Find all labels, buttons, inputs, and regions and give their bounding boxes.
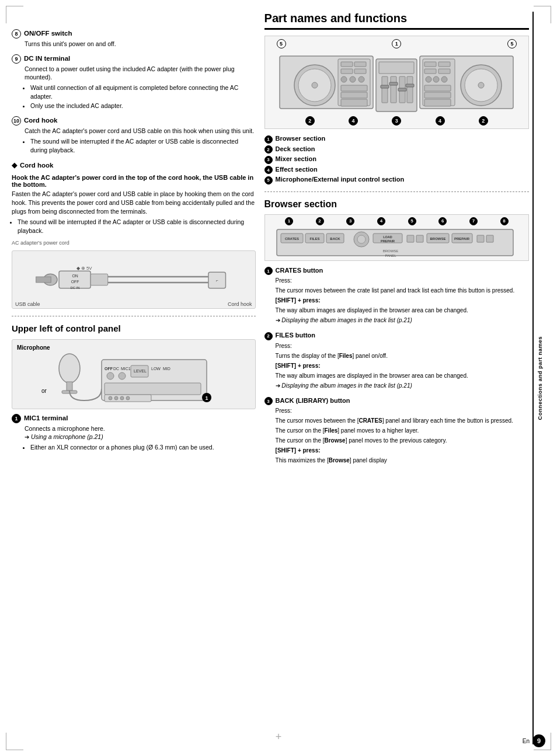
hook-subtitle: Hook the AC adapter's power cord in the …: [12, 174, 256, 188]
browser-callout-8: 8: [500, 217, 509, 225]
btn-back-num: 3: [264, 397, 273, 405]
mic1-bullet-1: Either an XLR connector or a phones plug…: [30, 443, 256, 452]
svg-text:BROWSE: BROWSE: [430, 237, 446, 241]
cable-diagram: ON OFF DC IN ◆ ⊕ 5V ⌐: [25, 259, 243, 300]
btn-crates-shift-label: [SHIFT] + press:: [276, 297, 529, 305]
svg-text:PANEL: PANEL: [385, 254, 397, 257]
btn-crates-press-label: Press:: [276, 277, 529, 285]
part-4-label: Effect section: [276, 166, 318, 173]
browser-callout-2: 2: [316, 217, 324, 225]
section-8-title: ON/OFF switch: [24, 30, 72, 37]
section-8-body: Turns this unit's power on and off.: [25, 40, 256, 48]
browser-section-title: Browser section: [264, 199, 529, 210]
svg-rect-91: [477, 235, 484, 242]
parts-list: 1 Browser section 2 Deck section 3 Mixer…: [264, 135, 529, 184]
svg-rect-54: [381, 85, 389, 88]
svg-point-31: [120, 396, 124, 400]
diamond-title-text: Cord hook: [20, 162, 54, 169]
section-8: 8 ON/OFF switch Turns this unit's power …: [12, 29, 256, 48]
svg-rect-66: [438, 69, 450, 74]
mic1-ref-arrow: ➔: [25, 434, 29, 440]
svg-point-12: [59, 354, 80, 383]
svg-rect-38: [341, 62, 353, 67]
diagram-top-callouts: 5 1 5: [265, 39, 528, 48]
svg-rect-50: [382, 76, 388, 103]
btn-crates-press-body: The cursor moves between the crate list …: [276, 287, 529, 295]
part-3-label: Mixer section: [276, 155, 316, 162]
adapter-label-top: AC adapter's power cord: [12, 240, 256, 246]
part-5-num: 5: [264, 176, 273, 184]
section-10-title: Cord hook: [24, 117, 58, 124]
callout-top-1-center: 1: [392, 39, 401, 48]
part-1: 1 Browser section: [264, 135, 529, 144]
svg-text:LOW: LOW: [151, 367, 161, 371]
diamond-icon: ◆: [12, 161, 17, 169]
page-number: 9: [532, 734, 545, 747]
upper-left-diagram: OFF DC MIC1 LEVEL LOW MID 1: [34, 342, 233, 406]
btn-files-shift-ref: ➔ Displaying the album images in the tra…: [276, 382, 529, 390]
svg-rect-71: [424, 92, 451, 98]
btn-files-shift-label: [SHIFT] + press:: [276, 362, 529, 370]
browser-callout-6: 6: [438, 217, 447, 225]
section-9-body: Connect to a power outlet using the incl…: [25, 65, 256, 110]
svg-point-81: [357, 235, 365, 243]
part-2-label: Deck section: [276, 145, 315, 152]
upper-left-heading: Upper left of control panel: [12, 323, 256, 333]
btn-back-press-body2: The cursor on the [Files] panel moves to…: [276, 427, 529, 435]
btn-desc-back: 3 BACK (LIBRARY) button Press: The curso…: [264, 397, 529, 465]
btn-files-shift-body: The way album images are displayed in th…: [276, 372, 529, 380]
callout-top-5-right: 5: [507, 39, 517, 48]
callout-bottom-4-right: 4: [436, 116, 445, 126]
svg-rect-47: [341, 99, 367, 106]
sidebar-label: Connections and part names: [537, 336, 543, 420]
svg-rect-63: [424, 62, 436, 67]
callout-bottom-3-center: 3: [392, 116, 401, 126]
right-column: Connections and part names Part names an…: [264, 12, 545, 744]
svg-rect-56: [398, 88, 406, 91]
svg-rect-46: [341, 92, 367, 98]
part-3-num: 3: [264, 156, 273, 164]
controller-svg: [274, 44, 519, 120]
adapter-image: ON OFF DC IN ◆ ⊕ 5V ⌐: [12, 250, 256, 309]
mic1-ref: Using a microphone (p.21): [31, 433, 103, 440]
separator-2: [264, 191, 529, 192]
svg-rect-13: [67, 382, 72, 391]
part-2-num: 2: [264, 145, 273, 154]
svg-text:LEVEL: LEVEL: [134, 369, 147, 373]
cord-hook-label: Cord hook: [228, 301, 252, 307]
browser-callout-4: 4: [377, 217, 385, 225]
btn-back-press-body1: The cursor moves between the [CRATES] pa…: [276, 417, 529, 425]
section-9: 9 DC IN terminal Connect to a power outl…: [12, 54, 256, 110]
svg-text:BROWSE: BROWSE: [383, 249, 399, 253]
part-1-label: Browser section: [276, 135, 326, 142]
svg-text:PREPAIR: PREPAIR: [381, 239, 395, 243]
section-10-bullets: The sound will be interrupted if the AC …: [30, 137, 256, 154]
browser-callout-7: 7: [469, 217, 478, 225]
svg-rect-64: [438, 62, 450, 67]
browser-callout-3: 3: [346, 217, 354, 225]
btn-files-title: FILES button: [276, 332, 315, 339]
callout-top-5-left: 5: [277, 39, 286, 48]
svg-point-32: [126, 396, 130, 400]
right-content: Part names and functions 5 1 5: [264, 12, 529, 465]
svg-rect-86: [416, 235, 423, 242]
btn-back-title: BACK (LIBRARY) button: [276, 397, 350, 404]
callout-bottom-2-left: 2: [305, 116, 315, 126]
browser-num-callouts: 1 2 3 4 5 6 7 8: [265, 217, 528, 225]
svg-text:BACK: BACK: [330, 237, 341, 241]
svg-rect-40: [341, 69, 353, 74]
btn-back-press-label: Press:: [276, 407, 529, 415]
svg-rect-7: [36, 277, 51, 283]
browser-diagram: 1 2 3 4 5 6 7 8 CR: [264, 214, 529, 261]
btn-files-num: 2: [264, 332, 273, 340]
sidebar-label-container: Connections and part names: [532, 12, 545, 744]
svg-point-44: [358, 76, 364, 82]
svg-text:1: 1: [205, 395, 208, 401]
btn-files-press-label: Press:: [276, 342, 529, 350]
svg-point-42: [341, 76, 347, 82]
svg-point-68: [433, 76, 439, 82]
part-2: 2 Deck section: [264, 145, 529, 154]
hook-bullets: The sound will be interrupted if the AC …: [18, 218, 256, 235]
usb-label: USB cable: [15, 301, 40, 307]
btn-desc-crates: 1 CRATES button Press: The cursor moves …: [264, 267, 529, 325]
